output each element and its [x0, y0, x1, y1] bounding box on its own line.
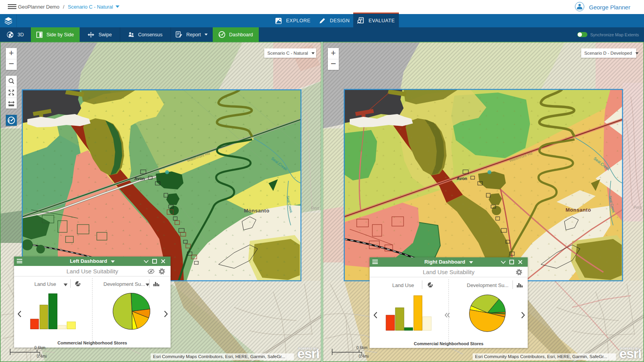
svg-text:Monsanto: Monsanto	[244, 208, 269, 214]
svg-text:0.6km: 0.6km	[34, 346, 46, 350]
svg-text:Avon: Avon	[134, 176, 145, 181]
svg-text:0.6km: 0.6km	[356, 346, 368, 350]
svg-text:Avon: Avon	[457, 176, 467, 181]
svg-text:0.4mi: 0.4mi	[359, 354, 369, 358]
svg-text:Monsanto: Monsanto	[566, 207, 591, 213]
svg-text:0.4mi: 0.4mi	[37, 354, 47, 358]
